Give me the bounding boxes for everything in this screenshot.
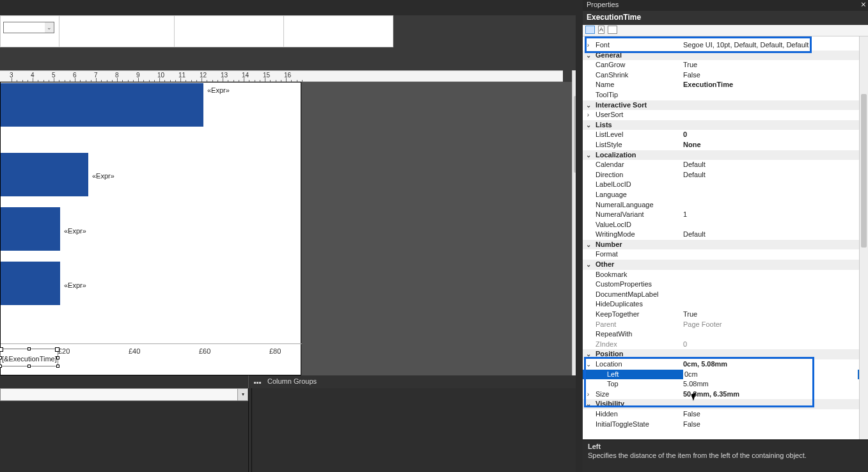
grouping-vertical-splitter[interactable] bbox=[248, 388, 252, 472]
property-row-format[interactable]: Format bbox=[583, 249, 868, 260]
property-row-language[interactable]: Language bbox=[583, 190, 868, 200]
properties-object-name[interactable]: ExecutionTime bbox=[583, 11, 868, 25]
property-value[interactable] bbox=[683, 200, 858, 210]
property-row-labellocid[interactable]: LabelLocID bbox=[583, 180, 868, 190]
properties-scrollbar[interactable] bbox=[859, 36, 868, 439]
property-row-documentmaplabel[interactable]: DocumentMapLabel bbox=[583, 290, 868, 300]
property-row-localization[interactable]: ⌄Localization bbox=[583, 150, 868, 161]
property-row-numeralvariant[interactable]: NumeralVariant1 bbox=[583, 210, 868, 220]
property-row-other[interactable]: ⌄Other bbox=[583, 260, 868, 270]
property-row-customproperties[interactable]: CustomProperties bbox=[583, 279, 868, 290]
chart-bar[interactable] bbox=[1, 153, 88, 196]
resize-handle[interactable] bbox=[28, 365, 31, 368]
property-value[interactable] bbox=[683, 299, 858, 310]
property-value[interactable]: Page Footer bbox=[683, 320, 858, 330]
property-row-position[interactable]: ⌄Position bbox=[583, 349, 868, 359]
report-page[interactable]: «Expr»«Expr»«Expr»«Expr»£20£40£60£80 bbox=[0, 82, 301, 375]
property-row-keeptogether[interactable]: KeepTogetherTrue bbox=[583, 310, 868, 320]
resize-handle[interactable] bbox=[28, 347, 31, 350]
resize-handle[interactable] bbox=[0, 365, 2, 368]
property-value[interactable] bbox=[683, 180, 858, 190]
property-value[interactable] bbox=[683, 329, 858, 340]
property-value[interactable]: True bbox=[683, 310, 858, 320]
property-value[interactable]: ExecutionTime bbox=[683, 80, 858, 90]
header-cell-2[interactable] bbox=[59, 16, 175, 48]
property-row-visibility[interactable]: ⌄Visibility bbox=[583, 399, 868, 409]
property-value[interactable]: 1 bbox=[683, 210, 858, 220]
property-value[interactable] bbox=[683, 220, 858, 230]
property-row-left[interactable]: Left0cm bbox=[583, 370, 868, 380]
categorized-view-icon[interactable] bbox=[585, 26, 595, 34]
chart-bar[interactable] bbox=[1, 262, 60, 305]
property-row-bookmark[interactable]: Bookmark bbox=[583, 270, 868, 280]
property-value[interactable]: True bbox=[683, 60, 858, 70]
property-row-interactive sort[interactable]: ⌄Interactive Sort bbox=[583, 100, 868, 111]
property-row-size[interactable]: ›Size50.8mm, 6.35mm bbox=[583, 389, 868, 400]
property-row-hideduplicates[interactable]: HideDuplicates bbox=[583, 299, 868, 310]
property-value[interactable] bbox=[683, 190, 858, 200]
header-cell-3[interactable] bbox=[175, 16, 284, 48]
header-combo[interactable]: ⌄ bbox=[3, 22, 54, 33]
property-row-zindex[interactable]: ZIndex0 bbox=[583, 340, 868, 350]
property-value[interactable]: False bbox=[683, 70, 858, 81]
close-icon[interactable]: × bbox=[861, 0, 866, 10]
property-row-usersort[interactable]: ›UserSort bbox=[583, 110, 868, 120]
resize-handle[interactable] bbox=[56, 356, 59, 359]
header-cell-1[interactable]: ⌄ bbox=[1, 16, 59, 48]
property-row-numerallanguage[interactable]: NumeralLanguage bbox=[583, 200, 868, 210]
row-groups-dropdown[interactable]: ▾ bbox=[0, 388, 248, 401]
property-value[interactable]: 0 bbox=[683, 130, 858, 140]
property-value[interactable]: 0cm, 5.08mm bbox=[683, 359, 858, 370]
property-value[interactable]: Segoe UI, 10pt, Default, Default, Defaul… bbox=[683, 40, 858, 51]
property-row-calendar[interactable]: CalendarDefault bbox=[583, 160, 868, 170]
property-row-canshrink[interactable]: CanShrinkFalse bbox=[583, 70, 868, 81]
resize-handle[interactable] bbox=[0, 356, 2, 359]
property-row-tooltip[interactable]: ToolTip bbox=[583, 90, 868, 100]
property-value[interactable] bbox=[683, 90, 858, 100]
properties-title-bar[interactable]: Properties × bbox=[583, 0, 868, 11]
chart-bar[interactable] bbox=[1, 207, 60, 251]
property-row-repeatwith[interactable]: RepeatWith bbox=[583, 329, 868, 340]
header-cell-4[interactable] bbox=[284, 16, 393, 48]
property-value[interactable]: 0 bbox=[683, 340, 858, 350]
property-value[interactable] bbox=[683, 270, 858, 280]
properties-grid[interactable]: LineHeight›FontSegoe UI, 10pt, Default, … bbox=[583, 36, 868, 439]
property-pages-icon[interactable] bbox=[608, 26, 617, 34]
chart-bar[interactable] bbox=[1, 83, 203, 127]
property-row-name[interactable]: NameExecutionTime bbox=[583, 80, 868, 90]
property-value[interactable]: 50.8mm, 6.35mm bbox=[683, 389, 858, 400]
property-row-font[interactable]: ›FontSegoe UI, 10pt, Default, Default, D… bbox=[583, 40, 868, 51]
chevron-down-icon[interactable]: ▾ bbox=[237, 389, 248, 400]
property-value[interactable]: 5.08mm bbox=[683, 379, 858, 389]
property-row-location[interactable]: ⌄Location0cm, 5.08mm bbox=[583, 359, 868, 370]
property-value[interactable]: False bbox=[683, 420, 858, 430]
property-value[interactable]: Default bbox=[683, 230, 858, 240]
property-value[interactable] bbox=[683, 279, 858, 290]
property-row-top[interactable]: Top5.08mm bbox=[583, 379, 868, 389]
property-row-lists[interactable]: ⌄Lists bbox=[583, 120, 868, 130]
textbox-executiontime[interactable]: [&ExecutionTime] bbox=[0, 349, 58, 366]
property-row-listlevel[interactable]: ListLevel0 bbox=[583, 130, 868, 140]
property-row-liststyle[interactable]: ListStyleNone bbox=[583, 140, 868, 150]
alphabetical-view-icon[interactable]: A bbox=[598, 26, 604, 34]
property-value[interactable] bbox=[683, 110, 858, 120]
main-vertical-splitter[interactable] bbox=[576, 0, 583, 472]
property-value[interactable]: Default bbox=[683, 170, 858, 180]
property-row-parent[interactable]: ParentPage Footer bbox=[583, 320, 868, 330]
property-row-writingmode[interactable]: WritingModeDefault bbox=[583, 230, 868, 240]
property-value[interactable]: Default bbox=[683, 160, 858, 170]
chevron-down-icon[interactable]: ⌄ bbox=[45, 22, 54, 33]
property-value[interactable]: 0cm bbox=[683, 370, 858, 380]
property-row-valuelocid[interactable]: ValueLocID bbox=[583, 220, 868, 230]
resize-handle[interactable] bbox=[56, 365, 59, 368]
property-row-hidden[interactable]: HiddenFalse bbox=[583, 409, 868, 420]
pane-splitter[interactable] bbox=[248, 375, 249, 388]
property-value[interactable] bbox=[683, 249, 858, 260]
property-value[interactable]: False bbox=[683, 409, 858, 420]
property-row-general[interactable]: ⌄General bbox=[583, 51, 868, 61]
property-row-number[interactable]: ⌄Number bbox=[583, 240, 868, 250]
property-value[interactable]: None bbox=[683, 140, 858, 150]
property-value[interactable] bbox=[683, 290, 858, 300]
property-row-direction[interactable]: DirectionDefault bbox=[583, 170, 868, 180]
property-row-cangrow[interactable]: CanGrowTrue bbox=[583, 60, 868, 70]
